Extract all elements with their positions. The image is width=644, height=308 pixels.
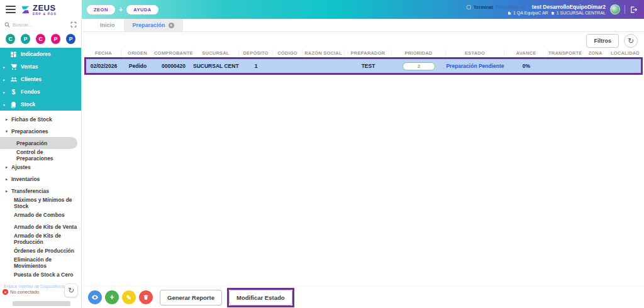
chevron-right-icon: ▸ [6,165,11,169]
hamburger-menu-icon[interactable] [6,6,16,13]
sidebar-item-puesta-de-stock-a-cero[interactable]: Puesta de Stock a Cero [0,268,81,280]
column-header[interactable]: FECHA [86,49,121,57]
cell-estado: Preparación Pendiente [446,59,504,73]
sidebar-item-stock[interactable]: ▾ Stock [0,98,81,111]
badge-c1[interactable]: C [6,34,15,44]
submenu-label: Puesta de Stock a Cero [14,272,73,278]
sidebar-item-maximos-y-minimos[interactable]: Máximos y Mínimos de Stock [0,197,81,209]
logo-text: ZEUS ERP & POS [33,4,57,16]
badge-p3[interactable]: P [66,34,75,44]
sidebar: C P C P P Indicadores ▸ Ventas [0,19,82,308]
tab-inicio[interactable]: Inicio [91,19,124,31]
logo-subtitle: ERP & POS [33,13,57,16]
submenu-label: Armado de Combos [14,212,65,218]
cell-zona [582,59,609,73]
device-status-text: No conectado [10,289,39,295]
main-content: Filtros ↻ FECHA ORIGEN COMPROBANTE SUCUR… [82,33,644,308]
generate-report-button[interactable]: Generar Reporte [160,290,222,305]
plus-icon[interactable]: + [119,6,123,13]
sidebar-item-eliminacion-de-movimientos[interactable]: Eliminación de Movimientos [0,256,81,268]
user-name: test DesarrolloEquipoDimar2 [532,4,606,10]
topbar-user-area: Terminal TERMINAL 01 test DesarrolloEqui… [467,4,638,15]
topbar-divider [625,5,625,14]
column-header[interactable]: CÓDIGO [273,49,303,57]
column-header[interactable]: AVANCE [504,49,548,57]
building-icon [508,11,511,15]
column-header[interactable]: PREPARADOR [345,49,392,57]
column-header[interactable]: SUCURSAL [193,49,239,57]
column-header[interactable]: RAZÓN SOCIAL [303,49,345,57]
user-avatar[interactable] [610,4,620,14]
submenu-label: Inventarios [11,176,40,182]
sidebar-item-inventarios[interactable]: ▸Inventarios [0,173,81,185]
sidebar-item-armado-kits-venta[interactable]: Armado de Kits de Venta [0,221,81,233]
pencil-icon: ✎ [126,294,131,301]
modify-state-button[interactable]: Modificar Estado [229,290,292,305]
main-menu: Indicadores ▸ Ventas ▸ Clientes ▸ $ Fond… [0,48,81,111]
column-header[interactable]: ORIGEN [121,49,154,57]
sidebar-item-armado-kits-produccion[interactable]: Armado de Kits de Producción [0,233,81,245]
sidebar-item-ajustes[interactable]: ▸Ajustes [0,161,81,173]
logout-icon[interactable] [630,6,638,14]
badge-p2[interactable]: P [51,34,60,44]
submenu-label: Control de Preparaciones [16,149,81,162]
tab-label: Preparación [133,22,165,28]
sidebar-item-indicadores[interactable]: Indicadores [0,48,81,60]
sidebar-item-transferencias[interactable]: ▸Transferencias [0,185,81,197]
badge-c2[interactable]: C [36,34,45,44]
table-refresh-button[interactable]: ↻ [624,34,638,48]
column-header[interactable]: DEPÓSITO [239,49,273,57]
cell-origen: Pedido [121,59,154,73]
cell-localidad [609,59,641,73]
column-header[interactable]: PRIORIDAD [392,49,446,57]
close-tab-icon[interactable]: ✕ [169,23,174,28]
cell-avance: 0% [504,59,548,73]
fullscreen-icon[interactable] [70,21,77,28]
logo-zone: ZEUS ERP & POS [0,0,82,19]
sidebar-item-clientes[interactable]: ▸ Clientes [0,73,81,85]
company-label: 1 QA EquipoC AR [513,11,548,15]
filters-button[interactable]: Filtros [586,34,619,48]
ayuda-button[interactable]: AYUDA [126,5,158,14]
zeon-button[interactable]: ZEON [87,5,115,14]
terminal-label: Terminal [474,4,493,10]
search-input[interactable] [13,22,68,28]
app-window: ZEUS ERP & POS ZEON + AYUDA Terminal TER… [0,0,644,308]
menu-label: Indicadores [21,51,51,57]
sidebar-item-control-de-preparaciones[interactable]: Control de Preparaciones [0,149,81,161]
column-header[interactable]: ZONA [582,49,609,57]
chevron-right-icon: ▸ [6,177,11,181]
column-header[interactable]: TRANSPORTE [548,49,582,57]
eye-icon [91,294,99,301]
sidebar-item-fichas-de-stock[interactable]: ▸Fichas de Stock [0,113,81,125]
add-button[interactable]: + [105,290,119,304]
cell-sucursal: SUCURSAL CENTRAL [193,59,239,73]
file-copy-icon [9,101,18,108]
chevron-right-icon: ▸ [3,65,9,69]
edit-button[interactable]: ✎ [122,290,136,304]
logo-title: ZEUS [33,4,57,12]
session-line-2: 1 QA EquipoC AR 1 SUCURSAL CENTRAL [508,11,606,15]
column-header[interactable]: ESTADO [446,49,504,57]
view-button[interactable] [88,290,102,304]
plus-icon: + [109,293,114,302]
device-refresh-button[interactable]: ↻ [64,283,78,297]
sidebar-item-fondos[interactable]: ▸ $ Fondos [0,85,81,98]
submenu-label: Armado de Kits de Venta [14,224,77,230]
search-icon [4,22,10,28]
column-header[interactable]: COMPROBANTE [154,49,193,57]
sidebar-item-preparaciones[interactable]: ▾Preparaciones [0,125,81,137]
blurred-version-text [13,301,70,306]
column-header[interactable]: LOCALIDAD [609,49,641,57]
cell-comprobante: 00000420 [154,59,193,73]
delete-button[interactable] [139,290,153,304]
sidebar-item-ventas[interactable]: ▸ Ventas [0,60,81,73]
terminal-checkbox-icon[interactable] [467,5,471,9]
table-row[interactable]: 02/02/2026 Pedido 00000420 SUCURSAL CENT… [86,59,641,73]
sidebar-item-ordenes-de-produccion[interactable]: Órdenes de Producción [0,245,81,256]
topbar: ZEUS ERP & POS ZEON + AYUDA Terminal TER… [0,0,644,19]
tab-preparacion[interactable]: Preparación ✕ [124,19,183,31]
sidebar-item-preparacion[interactable]: Preparación [0,137,77,149]
sidebar-item-armado-de-combos[interactable]: Armado de Combos [0,209,81,221]
badge-p1[interactable]: P [21,34,30,44]
